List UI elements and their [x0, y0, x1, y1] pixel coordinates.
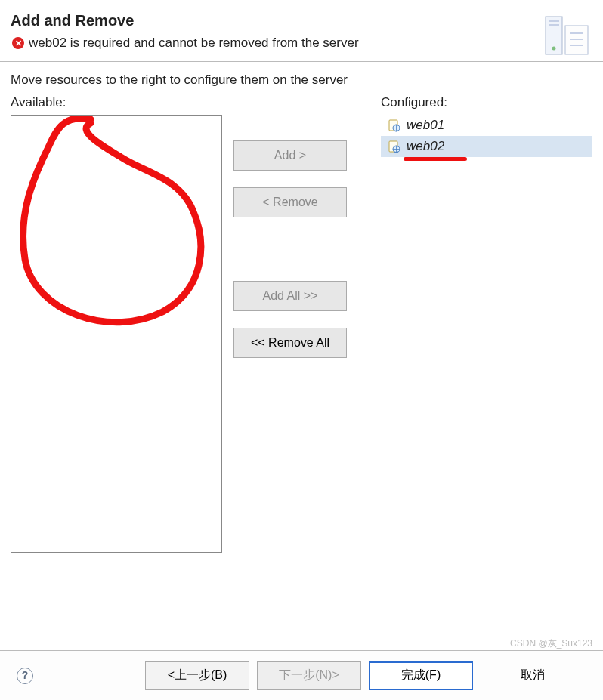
error-message: web02 is required and cannot be removed … [29, 35, 359, 51]
webapp-icon [387, 119, 400, 132]
remove-all-button[interactable]: << Remove All [233, 328, 347, 358]
help-icon[interactable]: ? [17, 668, 33, 684]
annotation-red-circle [11, 116, 222, 553]
page-title: Add and Remove [11, 12, 592, 29]
available-list[interactable] [11, 115, 222, 553]
configured-label: Configured: [381, 95, 592, 110]
remove-button[interactable]: < Remove [233, 187, 347, 217]
list-item[interactable]: web02 [381, 136, 592, 157]
next-button[interactable]: 下一步(N)> [257, 661, 361, 690]
instructions-label: Move resources to the right to configure… [11, 72, 592, 88]
back-button[interactable]: <上一步(B) [145, 661, 249, 690]
error-row: ✕ web02 is required and cannot be remove… [12, 35, 592, 51]
annotation-red-underline [404, 157, 467, 161]
cancel-button[interactable]: 取消 [481, 661, 585, 690]
list-item-label: web01 [407, 118, 444, 133]
svg-point-3 [552, 47, 556, 51]
svg-rect-1 [549, 20, 559, 22]
server-config-icon [540, 11, 592, 66]
available-label: Available: [11, 95, 222, 110]
finish-button[interactable]: 完成(F) [369, 661, 473, 690]
error-icon: ✕ [12, 37, 24, 49]
webapp-icon [387, 140, 400, 153]
list-item-label: web02 [407, 139, 444, 154]
watermark: CSDN @灰_Sux123 [510, 637, 592, 650]
list-item[interactable]: web01 [381, 115, 592, 136]
configured-list[interactable]: web01web02 [381, 115, 592, 553]
svg-rect-2 [549, 24, 559, 26]
add-button[interactable]: Add > [233, 140, 347, 171]
add-all-button[interactable]: Add All >> [233, 281, 347, 311]
